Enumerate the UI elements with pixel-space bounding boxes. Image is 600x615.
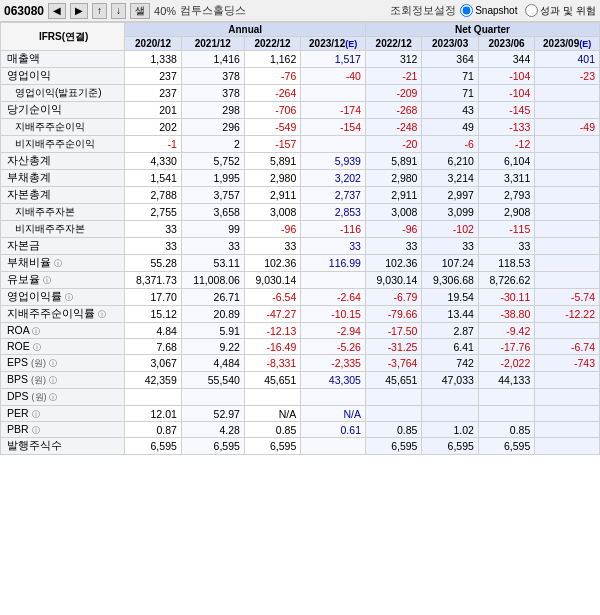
cell-0-2: 1,162 xyxy=(244,51,300,68)
cell-12-7 xyxy=(535,255,600,272)
cell-14-3: -2.64 xyxy=(301,289,366,306)
table-row: 자본금33333333333333 xyxy=(1,238,600,255)
performance-radio[interactable]: 성과 및 위험 xyxy=(525,4,596,18)
cell-15-1: 20.89 xyxy=(181,306,244,323)
cell-11-7 xyxy=(535,238,600,255)
row-label-21: PER ⓘ xyxy=(1,406,125,422)
cell-14-6: -30.11 xyxy=(478,289,534,306)
annual-header: Annual xyxy=(125,23,366,37)
table-row: EPS (원) ⓘ3,0674,484-8,331-2,335-3,764742… xyxy=(1,355,600,372)
table-row: 부채비율 ⓘ55.2853.11102.36116.99102.36107.24… xyxy=(1,255,600,272)
cell-12-4: 102.36 xyxy=(365,255,421,272)
cell-23-2: 6,595 xyxy=(244,438,300,455)
cell-7-0: 1,541 xyxy=(125,170,181,187)
sal-btn[interactable]: 샐 xyxy=(130,3,150,19)
cell-18-6: -2,022 xyxy=(478,355,534,372)
cell-3-3: -174 xyxy=(301,102,366,119)
cell-8-7 xyxy=(535,187,600,204)
table-row: ROA ⓘ4.845.91-12.13-2.94-17.502.87-9.42 xyxy=(1,323,600,339)
cell-3-2: -706 xyxy=(244,102,300,119)
table-row: 당기순이익201298-706-174-26843-145 xyxy=(1,102,600,119)
cell-21-5 xyxy=(422,406,478,422)
cell-21-6 xyxy=(478,406,534,422)
row-label-9: 지배주주자본 xyxy=(1,204,125,221)
cell-0-4: 312 xyxy=(365,51,421,68)
row-label-18: EPS (원) ⓘ xyxy=(1,355,125,372)
row-label-23: 발행주식수 xyxy=(1,438,125,455)
cell-5-3 xyxy=(301,136,366,153)
cell-13-3 xyxy=(301,272,366,289)
cell-6-1: 5,752 xyxy=(181,153,244,170)
row-label-6: 자산총계 xyxy=(1,153,125,170)
cell-9-7 xyxy=(535,204,600,221)
cell-9-5: 3,099 xyxy=(422,204,478,221)
row-label-12: 부채비율 ⓘ xyxy=(1,255,125,272)
col-header-6: 2023/06 xyxy=(478,37,534,51)
cell-1-1: 378 xyxy=(181,68,244,85)
company-name: 컴투스홀딩스 xyxy=(180,3,246,18)
cell-18-3: -2,335 xyxy=(301,355,366,372)
cell-7-2: 2,980 xyxy=(244,170,300,187)
cell-14-2: -6.54 xyxy=(244,289,300,306)
cell-5-0: -1 xyxy=(125,136,181,153)
cell-15-7: -12.22 xyxy=(535,306,600,323)
cell-2-7 xyxy=(535,85,600,102)
cell-20-7 xyxy=(535,389,600,406)
table-row: ROE ⓘ7.689.22-16.49-5.26-31.256.41-17.76… xyxy=(1,339,600,355)
cell-8-2: 2,911 xyxy=(244,187,300,204)
cell-10-2: -96 xyxy=(244,221,300,238)
table-row: 영업이익237378-76-40-2171-104-23 xyxy=(1,68,600,85)
cell-12-2: 102.36 xyxy=(244,255,300,272)
up-btn[interactable]: ↑ xyxy=(92,3,107,19)
snapshot-radio[interactable]: Snapshot xyxy=(460,4,517,17)
down-btn[interactable]: ↓ xyxy=(111,3,126,19)
row-label-8: 자본총계 xyxy=(1,187,125,204)
cell-16-2: -12.13 xyxy=(244,323,300,339)
cell-16-5: 2.87 xyxy=(422,323,478,339)
cell-9-0: 2,755 xyxy=(125,204,181,221)
cell-3-0: 201 xyxy=(125,102,181,119)
cell-9-4: 3,008 xyxy=(365,204,421,221)
cell-15-2: -47.27 xyxy=(244,306,300,323)
cell-6-6: 6,104 xyxy=(478,153,534,170)
cell-22-6: 0.85 xyxy=(478,422,534,438)
cell-21-3: N/A xyxy=(301,406,366,422)
col-header-7: 2023/09(E) xyxy=(535,37,600,51)
cell-1-0: 237 xyxy=(125,68,181,85)
cell-11-6: 33 xyxy=(478,238,534,255)
cell-0-6: 344 xyxy=(478,51,534,68)
cell-11-5: 33 xyxy=(422,238,478,255)
cell-13-5: 9,306.68 xyxy=(422,272,478,289)
cell-20-2 xyxy=(244,389,300,406)
cell-8-4: 2,911 xyxy=(365,187,421,204)
cell-18-0: 3,067 xyxy=(125,355,181,372)
cell-17-1: 9.22 xyxy=(181,339,244,355)
row-label-15: 지배주주순이익률 ⓘ xyxy=(1,306,125,323)
cell-11-0: 33 xyxy=(125,238,181,255)
view-options: Snapshot 성과 및 위험 xyxy=(460,4,596,18)
cell-3-7 xyxy=(535,102,600,119)
prev-btn[interactable]: ◀ xyxy=(48,3,66,19)
cell-19-1: 55,540 xyxy=(181,372,244,389)
cell-8-1: 3,757 xyxy=(181,187,244,204)
cell-6-5: 6,210 xyxy=(422,153,478,170)
cell-22-2: 0.85 xyxy=(244,422,300,438)
cell-8-0: 2,788 xyxy=(125,187,181,204)
cell-20-0 xyxy=(125,389,181,406)
cell-18-1: 4,484 xyxy=(181,355,244,372)
cell-6-7 xyxy=(535,153,600,170)
financial-table: IFRS(연결) Annual Net Quarter 2020/122021/… xyxy=(0,22,600,455)
cell-0-3: 1,517 xyxy=(301,51,366,68)
table-row: 영업이익률 ⓘ17.7026.71-6.54-2.64-6.7919.54-30… xyxy=(1,289,600,306)
table-row: PER ⓘ12.0152.97N/AN/A xyxy=(1,406,600,422)
cell-19-0: 42,359 xyxy=(125,372,181,389)
cell-22-0: 0.87 xyxy=(125,422,181,438)
next-btn[interactable]: ▶ xyxy=(70,3,88,19)
cell-22-7 xyxy=(535,422,600,438)
cell-19-3: 43,305 xyxy=(301,372,366,389)
cell-10-0: 33 xyxy=(125,221,181,238)
top-bar: 063080 ◀ ▶ ↑ ↓ 샐 40% 컴투스홀딩스 조회정보설정 Snaps… xyxy=(0,0,600,22)
cell-17-7: -6.74 xyxy=(535,339,600,355)
cell-7-3: 3,202 xyxy=(301,170,366,187)
cell-2-3 xyxy=(301,85,366,102)
